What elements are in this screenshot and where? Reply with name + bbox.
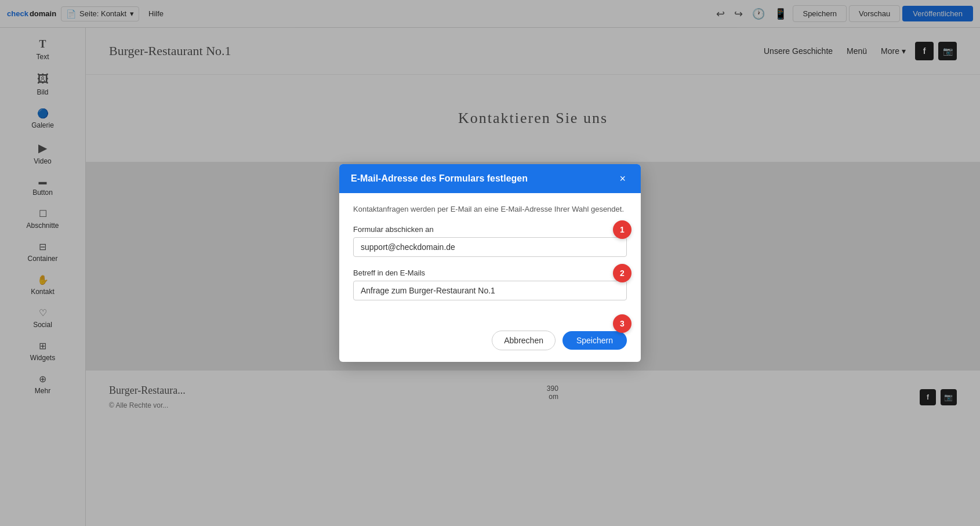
step-badge-1: 1 (613, 220, 631, 239)
field1-label: Formular abschicken an (353, 225, 627, 234)
field1-input[interactable] (353, 237, 627, 257)
modal-title: E-Mail-Adresse des Formulars festlegen (351, 173, 528, 184)
modal-field-subject: Betreff in den E-Mails 2 (353, 269, 627, 300)
step-badge-2: 2 (613, 264, 631, 282)
modal-description: Kontaktanfragen werden per E-Mail an ein… (353, 205, 627, 213)
modal-footer: 3 Abbrechen Speichern (339, 324, 641, 362)
step-badge-3: 3 (613, 314, 631, 333)
modal-save-button[interactable]: Speichern (562, 331, 627, 350)
field2-label: Betreff in den E-Mails (353, 269, 627, 277)
modal-header: E-Mail-Adresse des Formulars festlegen × (339, 164, 641, 193)
cancel-button[interactable]: Abbrechen (492, 331, 556, 350)
modal-field-email: Formular abschicken an 1 (353, 225, 627, 257)
modal-close-button[interactable]: × (616, 172, 629, 185)
field2-input[interactable] (353, 281, 627, 300)
modal-body: Kontaktanfragen werden per E-Mail an ein… (339, 193, 641, 324)
modal: E-Mail-Adresse des Formulars festlegen ×… (339, 164, 641, 362)
modal-overlay: E-Mail-Adresse des Formulars festlegen ×… (0, 0, 980, 526)
